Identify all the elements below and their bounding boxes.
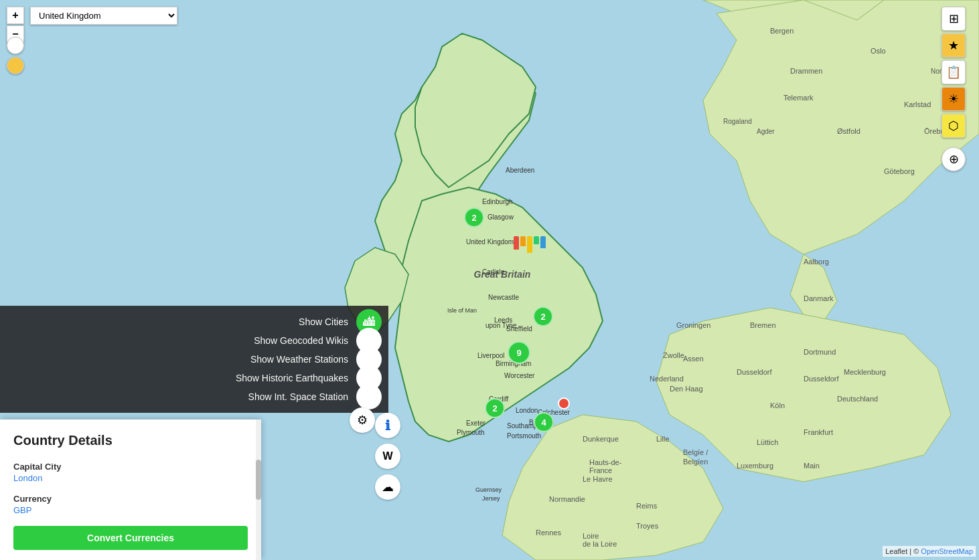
svg-text:Loire: Loire: [583, 532, 599, 540]
svg-text:Agder: Agder: [757, 128, 775, 135]
svg-text:Rogaland: Rogaland: [723, 118, 752, 125]
svg-text:Isle of Man: Isle of Man: [447, 307, 477, 314]
svg-text:Mecklenburg: Mecklenburg: [844, 368, 886, 376]
attribution-text: Leaflet | © OpenStreetMap: [885, 547, 973, 555]
svg-text:Luxemburg: Luxemburg: [737, 462, 773, 470]
svg-text:Danmark: Danmark: [804, 294, 834, 302]
svg-text:Karlstad: Karlstad: [904, 100, 931, 108]
svg-text:Lüttich: Lüttich: [757, 438, 778, 446]
svg-text:Newcastle: Newcastle: [488, 294, 520, 301]
show-earthquakes-row[interactable]: Show Historic Earthquakes 🗺: [0, 369, 388, 387]
location-button[interactable]: ⊕: [942, 147, 966, 171]
svg-text:Dusseldorf: Dusseldorf: [804, 375, 840, 383]
svg-text:Guernsey: Guernsey: [475, 486, 502, 493]
detail-scrollbar: [256, 419, 261, 560]
svg-text:Telemark: Telemark: [783, 94, 814, 102]
currency-label: Currency: [13, 494, 248, 504]
cluster-marker-5[interactable]: 2: [485, 398, 505, 418]
cluster-marker-2[interactable]: 2: [533, 306, 553, 326]
show-iss-row[interactable]: Show Int. Space Station ▦: [0, 387, 388, 406]
iss-icon-btn[interactable]: ▦: [356, 384, 382, 409]
right-btn-sun[interactable]: ☀: [942, 87, 966, 111]
building-marker: [514, 236, 546, 253]
svg-text:Le Havre: Le Havre: [583, 475, 613, 483]
svg-text:Main: Main: [804, 462, 820, 470]
capital-city-value: London: [13, 473, 248, 483]
country-select[interactable]: United Kingdom France Germany Spain Ital…: [30, 7, 177, 25]
svg-text:Portsmouth: Portsmouth: [507, 432, 541, 440]
svg-text:Dunkerque: Dunkerque: [583, 435, 619, 443]
right-btn-grid[interactable]: ⊞: [942, 7, 966, 31]
svg-text:Bremen: Bremen: [750, 321, 776, 329]
svg-text:Belgïe /: Belgïe /: [683, 448, 708, 456]
currency-value: GBP: [13, 505, 248, 515]
svg-text:Köln: Köln: [770, 401, 785, 409]
convert-currencies-button[interactable]: Convert Currencies: [13, 526, 248, 550]
red-marker[interactable]: [558, 397, 570, 409]
show-weather-row[interactable]: Show Weather Stations ☁: [0, 350, 388, 369]
svg-text:Worcester: Worcester: [504, 372, 535, 379]
show-wikis-label: Show Geocoded Wikis: [254, 335, 348, 346]
svg-text:Carlisle: Carlisle: [482, 268, 505, 276]
right-btn-hex[interactable]: ⬡: [942, 114, 966, 138]
svg-text:Aberdeen: Aberdeen: [506, 167, 534, 174]
cluster-marker-4[interactable]: 4: [534, 412, 554, 432]
show-earthquakes-label: Show Historic Earthquakes: [236, 373, 348, 383]
right-btn-layers[interactable]: 📋: [942, 60, 966, 84]
svg-text:Rennes: Rennes: [536, 529, 561, 537]
country-details-panel: Country Details Capital City London Curr…: [0, 419, 261, 560]
svg-text:France: France: [589, 466, 612, 474]
settings-button[interactable]: ⚙: [350, 407, 375, 433]
svg-text:Frankfurt: Frankfurt: [804, 428, 833, 436]
svg-text:Lille: Lille: [656, 435, 670, 443]
svg-text:Den Haag: Den Haag: [670, 385, 703, 393]
wiki-icon-btn[interactable]: W: [375, 444, 400, 469]
capital-city-label: Capital City: [13, 462, 248, 472]
right-btn-star[interactable]: ★: [942, 33, 966, 58]
svg-text:Leeds: Leeds: [494, 316, 512, 324]
day-button[interactable]: [7, 37, 24, 54]
svg-text:United Kingdom: United Kingdom: [466, 238, 514, 246]
country-details-title: Country Details: [13, 433, 248, 448]
svg-text:Aalborg: Aalborg: [804, 258, 829, 266]
svg-text:Exeter: Exeter: [466, 419, 486, 427]
svg-text:Göteborg: Göteborg: [884, 167, 915, 175]
openstreetmap-link[interactable]: OpenStreetMap: [921, 547, 973, 555]
cluster-marker-3[interactable]: 9: [508, 341, 530, 364]
svg-text:Oslo: Oslo: [871, 47, 886, 55]
weather-panel-icon-btn[interactable]: ☁: [375, 474, 400, 500]
show-cities-label: Show Cities: [299, 316, 348, 327]
daynight-toggle: [7, 37, 24, 74]
country-select-wrapper: United Kingdom France Germany Spain Ital…: [30, 7, 177, 25]
svg-text:Plymouth: Plymouth: [457, 429, 485, 436]
svg-text:Edinburgh: Edinburgh: [482, 198, 513, 205]
map-container[interactable]: Great Britain Glasgow Aberdeen Edinburgh…: [0, 0, 979, 560]
svg-text:Normandie: Normandie: [549, 495, 585, 503]
show-weather-label: Show Weather Stations: [250, 354, 348, 365]
svg-text:Dusseldorf: Dusseldorf: [737, 368, 773, 376]
info-icon-btn[interactable]: ℹ: [375, 413, 400, 438]
svg-text:Deutschland: Deutschland: [837, 395, 878, 403]
svg-text:Reims: Reims: [636, 502, 658, 510]
svg-text:Groningen: Groningen: [676, 321, 710, 329]
show-iss-label: Show Int. Space Station: [248, 391, 348, 402]
panel-icons: ℹ W ☁: [375, 413, 400, 500]
svg-text:Hauts-de-: Hauts-de-: [589, 458, 622, 466]
svg-text:Assen: Assen: [683, 355, 704, 363]
svg-text:Zwolle: Zwolle: [663, 351, 684, 359]
svg-text:Sheffield: Sheffield: [506, 325, 532, 333]
svg-text:Drammen: Drammen: [790, 67, 822, 75]
zoom-in-button[interactable]: +: [7, 7, 24, 24]
cluster-marker-1[interactable]: 2: [464, 207, 484, 227]
svg-text:London: London: [516, 407, 538, 414]
right-toolbar: ⊞ ★ 📋 ☀ ⬡: [942, 7, 966, 138]
show-wikis-row[interactable]: Show Geocoded Wikis W: [0, 331, 388, 350]
night-button[interactable]: [7, 57, 24, 74]
svg-text:Dortmund: Dortmund: [804, 348, 836, 356]
svg-text:Troyes: Troyes: [636, 522, 659, 530]
svg-text:Jersey: Jersey: [482, 495, 500, 502]
show-cities-row[interactable]: Show Cities 🏙: [0, 312, 388, 331]
svg-text:Nederland: Nederland: [650, 375, 684, 383]
svg-text:Glasgow: Glasgow: [487, 213, 514, 221]
svg-text:Østfold: Østfold: [837, 127, 860, 135]
